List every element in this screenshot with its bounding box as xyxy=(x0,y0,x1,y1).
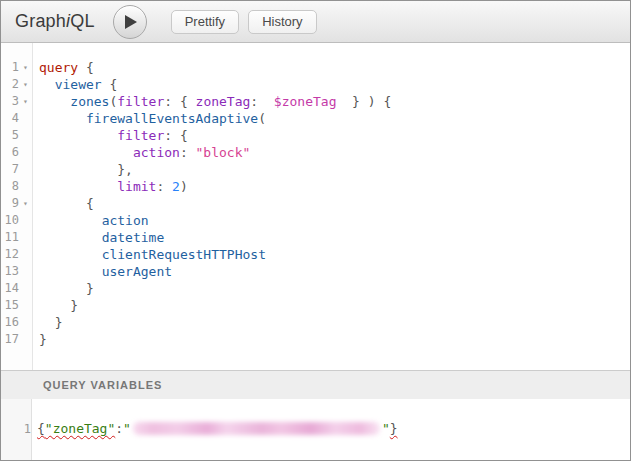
code-token: 2 xyxy=(172,179,180,194)
line-number: 1 xyxy=(1,59,19,76)
code-token: } xyxy=(39,332,47,347)
code-token: : { xyxy=(164,128,187,143)
toolbar: GraphiQL Prettify History xyxy=(1,1,630,43)
code-line[interactable]: } xyxy=(39,314,630,331)
history-button[interactable]: History xyxy=(248,10,316,34)
line-number: 10 xyxy=(1,212,19,229)
execute-query-button[interactable] xyxy=(113,5,147,39)
code-token: zones xyxy=(70,94,109,109)
line-number: 6 xyxy=(1,144,19,161)
redacted-zone-tag-value xyxy=(133,422,380,435)
code-line[interactable]: clientRequestHTTPHost xyxy=(39,246,630,263)
code-line[interactable]: firewallEventsAdaptive( xyxy=(39,110,630,127)
code-line[interactable]: } xyxy=(39,297,630,314)
code-token: clientRequestHTTPHost xyxy=(102,247,266,262)
code-line[interactable]: userAgent xyxy=(39,263,630,280)
code-token xyxy=(39,264,102,279)
quote-open: " xyxy=(123,421,131,436)
code-line[interactable]: action xyxy=(39,212,630,229)
query-editor[interactable]: 1▾2▾3▾456789▾1011121314151617 query { vi… xyxy=(1,43,630,370)
fold-arrow-icon[interactable]: ▾ xyxy=(19,76,32,93)
code-token: action xyxy=(133,145,180,160)
code-line[interactable]: query { xyxy=(39,59,630,76)
code-token: : xyxy=(180,145,196,160)
code-token: query xyxy=(39,60,78,75)
logo-text: QL xyxy=(70,11,94,31)
code-line[interactable]: } xyxy=(39,331,630,348)
code-token xyxy=(39,128,117,143)
code-token: filter xyxy=(117,94,164,109)
line-number: 14 xyxy=(1,280,19,297)
variable-key: "zoneTag" xyxy=(45,421,115,436)
code-token: viewer xyxy=(55,77,102,92)
code-token xyxy=(39,179,117,194)
query-variables-title: QUERY VARIABLES xyxy=(43,379,162,391)
code-token: { xyxy=(78,60,94,75)
code-line[interactable]: zones(filter: { zoneTag: $zoneTag } ) { xyxy=(39,93,630,110)
code-line[interactable]: datetime xyxy=(39,229,630,246)
variables-gutter: 1 xyxy=(1,399,32,460)
code-line[interactable]: filter: { xyxy=(39,127,630,144)
code-token: { xyxy=(102,77,118,92)
query-variables-header[interactable]: QUERY VARIABLES xyxy=(1,370,630,399)
brace-open: { xyxy=(37,421,45,436)
line-number: 5 xyxy=(1,127,19,144)
code-token xyxy=(39,213,102,228)
code-token: datetime xyxy=(102,230,165,245)
code-token: zoneTag xyxy=(196,94,251,109)
line-number: 2 xyxy=(1,76,19,93)
code-token: } xyxy=(39,315,62,330)
line-number: 7 xyxy=(1,161,19,178)
code-line[interactable]: { xyxy=(39,195,630,212)
line-number: 9 xyxy=(1,195,19,212)
code-line[interactable]: viewer { xyxy=(39,76,630,93)
code-token: $zoneTag xyxy=(274,94,337,109)
code-token: }, xyxy=(39,162,133,177)
code-line[interactable]: action: "block" xyxy=(39,144,630,161)
fold-arrow-icon[interactable]: ▾ xyxy=(19,195,32,212)
variables-line[interactable]: {"zoneTag":""} xyxy=(32,399,398,460)
code-token: ) xyxy=(180,179,188,194)
code-token: : { xyxy=(164,94,195,109)
brace-close: } xyxy=(390,421,398,436)
line-number: 8 xyxy=(1,178,19,195)
line-number: 11 xyxy=(1,229,19,246)
line-number: 1 xyxy=(8,421,31,438)
fold-arrow-icon[interactable]: ▾ xyxy=(19,59,32,76)
line-number: 12 xyxy=(1,246,19,263)
code-token: filter xyxy=(117,128,164,143)
quote-close: " xyxy=(382,421,390,436)
code-token xyxy=(39,230,102,245)
line-number: 16 xyxy=(1,314,19,331)
code-token: { xyxy=(39,196,94,211)
code-token: action xyxy=(102,213,149,228)
code-token: ( xyxy=(258,111,266,126)
colon: : xyxy=(115,421,123,436)
code-token: firewallEventsAdaptive xyxy=(86,111,258,126)
code-token: limit xyxy=(117,179,156,194)
code-token xyxy=(39,94,70,109)
code-line[interactable]: limit: 2) xyxy=(39,178,630,195)
code-token: : xyxy=(156,179,172,194)
code-token: : xyxy=(250,94,273,109)
code-token: } xyxy=(39,298,78,313)
prettify-button[interactable]: Prettify xyxy=(171,10,239,34)
line-number: 3 xyxy=(1,93,19,110)
line-number: 13 xyxy=(1,263,19,280)
code-token: } xyxy=(39,281,94,296)
line-number: 4 xyxy=(1,110,19,127)
query-gutter: 1▾2▾3▾456789▾1011121314151617 xyxy=(1,43,33,370)
query-code[interactable]: query { viewer { zones(filter: { zoneTag… xyxy=(33,43,630,370)
code-token xyxy=(39,145,133,160)
graphiql-logo: GraphiQL xyxy=(15,11,95,32)
code-line[interactable]: }, xyxy=(39,161,630,178)
code-token xyxy=(39,247,102,262)
variables-editor[interactable]: 1 {"zoneTag":""} xyxy=(1,399,630,460)
fold-arrow-icon[interactable]: ▾ xyxy=(19,93,32,110)
line-number: 17 xyxy=(1,331,19,348)
code-line[interactable]: } xyxy=(39,280,630,297)
line-number: 15 xyxy=(1,297,19,314)
logo-text: Graph xyxy=(15,11,66,31)
code-token xyxy=(39,77,55,92)
code-token xyxy=(39,111,86,126)
